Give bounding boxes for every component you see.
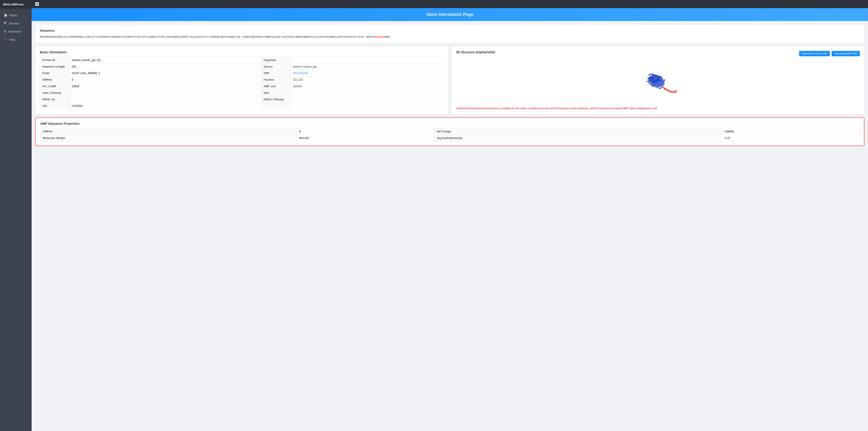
label-amplen-prop: AMPlen (40, 128, 297, 135)
label-protein-id: Protein ID (40, 57, 69, 63)
value-protein-id: ancient_human_gut_AZ... (69, 57, 261, 63)
value-seed-ortholog: - (69, 90, 261, 96)
label-net-charge: Net Charge (434, 128, 722, 135)
main-content: Gene Information Page Sequence MHLMSNSKH… (32, 0, 868, 431)
sidebar-item-home-label: Home (9, 13, 17, 17)
amp-props-table: AMPlen 8 Net Charge 2.98843 Molecular We… (40, 128, 860, 142)
table-row: KEGG_ko - KEGG_Pathway - (40, 96, 444, 102)
sidebar-item-home[interactable]: 🏠 Home (0, 11, 32, 19)
label-amp: AMP (261, 70, 290, 76)
label-avg-hydrophobicity: Avg Hydrophobicity (434, 135, 722, 142)
value-amp: KKFGKAAN (290, 70, 443, 76)
value-gos: - (290, 90, 443, 96)
label-source: Source (261, 63, 290, 70)
amp-props-title: AMP Sequence Properties (40, 122, 860, 125)
page-content: Sequence MHLMSNSKHKTGRKPLKLGTVENYHHHWYLL… (32, 21, 868, 150)
value-amplen: 8 (69, 76, 261, 83)
sidebar-item-download-label: Download (8, 30, 21, 33)
label-seed-ortholog: seed_ortholog (40, 90, 69, 96)
basic-info-table: Protein ID ancient_human_gut_AZ... Organ… (40, 57, 444, 110)
value-seq-length: 232 (69, 63, 261, 70)
svg-rect-0 (35, 2, 37, 4)
sidebar-item-browse[interactable]: 🔍 Browse (0, 19, 32, 27)
app-logo: MAG-AMPome (0, 0, 32, 9)
help-icon: ❓ (4, 38, 7, 41)
amp-props-card: AMP Sequence Properties AMPlen 8 Net Cha… (35, 117, 864, 146)
value-kegg-ko: - (69, 96, 261, 102)
value-organism: - (290, 57, 443, 63)
structure-visual (456, 59, 860, 105)
sequence-card: Sequence MHLMSNSKHKTGRKPLKLGTVENYHHHWYLL… (35, 25, 864, 43)
page-header-banner: Gene Information Page (32, 8, 868, 21)
protein-structure-svg (636, 62, 681, 102)
value-cid: C310510 (69, 102, 261, 109)
sidebar-item-download[interactable]: ⬇ Download (0, 27, 32, 35)
sidebar: MAG-AMPome 🏠 Home 🔍 Browse ⬇ Download ❓ … (0, 0, 32, 431)
structure-header: 3D Structure (AlphaFold2) Download Prote… (456, 51, 860, 57)
two-col-section: Basic Information Protein ID ancient_hum… (35, 46, 864, 114)
label-amplen: AMPlen (40, 76, 69, 83)
label-gos: GOs (261, 90, 290, 96)
basic-info-title: Basic Information (40, 51, 444, 54)
table-row: Sequence Length 232 Source ancient_human… (40, 63, 444, 70)
sidebar-item-browse-label: Browse (9, 22, 19, 25)
label-position: Position (261, 76, 290, 83)
table-row: Molecular Weight 863.031 Avg Hydrophobic… (40, 135, 860, 142)
table-row: Pro_clst80 22808 AMP_clst 164314 (40, 83, 444, 90)
svg-rect-1 (37, 2, 39, 4)
table-row: Protein ID ancient_human_gut_AZ... Organ… (40, 57, 444, 63)
download-amp-pdb-button[interactable]: Download AMP PDB (832, 51, 860, 56)
grid-icon (35, 2, 39, 6)
topbar (32, 0, 868, 8)
alphafold-desc-text: If AlphaFold2-predicted structural data … (456, 107, 657, 110)
structure-buttons: Download Protein PDB Download AMP PDB (799, 51, 860, 56)
sidebar-nav: 🏠 Home 🔍 Browse ⬇ Download ❓ Help (0, 9, 32, 46)
sidebar-item-help-label: Help (9, 38, 16, 41)
value-kegg-pathway: - (290, 96, 443, 102)
structure-card: 3D Structure (AlphaFold2) Download Prote… (452, 46, 864, 114)
value-proid: AZ107.k141_368093_2 (69, 70, 261, 76)
label-cid: CID (40, 102, 69, 109)
home-icon: 🏠 (4, 13, 7, 17)
label-seq-length: Sequence Length (40, 63, 69, 70)
svg-rect-3 (37, 4, 39, 6)
label-proid: ProID (40, 70, 69, 76)
label-amp-clst: AMP_clst (261, 83, 290, 90)
label-empty (261, 102, 290, 109)
label-organism: Organism (261, 57, 290, 63)
sidebar-item-help[interactable]: ❓ Help (0, 35, 32, 43)
download-protein-pdb-button[interactable]: Download Protein PDB (799, 51, 830, 56)
page-title: Gene Information Page (426, 12, 473, 17)
value-mol-weight: 863.031 (297, 135, 434, 142)
value-position: 221,228 (290, 76, 443, 83)
value-amplen-prop: 8 (297, 128, 434, 135)
table-row: AMPlen 8 Net Charge 2.98843 (40, 128, 860, 135)
table-row: AMPlen 8 Position 221,228 (40, 76, 444, 83)
label-mol-weight: Molecular Weight (40, 135, 297, 142)
value-empty (290, 102, 443, 109)
value-avg-hydrophobicity: -2.37 (722, 135, 859, 142)
browse-icon: 🔍 (4, 22, 7, 25)
value-amp-clst: 164314 (290, 83, 443, 90)
svg-rect-2 (35, 4, 37, 6)
svg-point-6 (649, 74, 660, 83)
value-source: ancient_human_gut (290, 63, 443, 70)
label-kegg-pathway: KEGG_Pathway (261, 96, 290, 102)
sequence-title: Sequence (40, 29, 860, 32)
download-icon: ⬇ (4, 30, 6, 33)
table-row: ProID AZ107.k141_368093_2 AMP KKFGKAAN (40, 70, 444, 76)
sequence-highlight: KKFGKAAN (374, 35, 385, 38)
sequence-text: MHLMSNSKHKTGRKPLKLGTVENYHHHWYLLIWLVYLTLF… (40, 35, 860, 39)
label-kegg-ko: KEGG_ko (40, 96, 69, 102)
structure-title: 3D Structure (AlphaFold2) (456, 51, 495, 54)
value-pro-clst80: 22808 (69, 83, 261, 90)
amp-link[interactable]: KKFGKAAN (293, 72, 308, 75)
table-row: seed_ortholog - GOs - (40, 90, 444, 96)
basic-info-card: Basic Information Protein ID ancient_hum… (35, 46, 448, 114)
label-pro-clst80: Pro_clst80 (40, 83, 69, 90)
value-net-charge: 2.98843 (722, 128, 859, 135)
table-row: CID C310510 (40, 102, 444, 109)
alphafold-annotation: If AlphaFold2-predicted structural data … (456, 106, 860, 110)
